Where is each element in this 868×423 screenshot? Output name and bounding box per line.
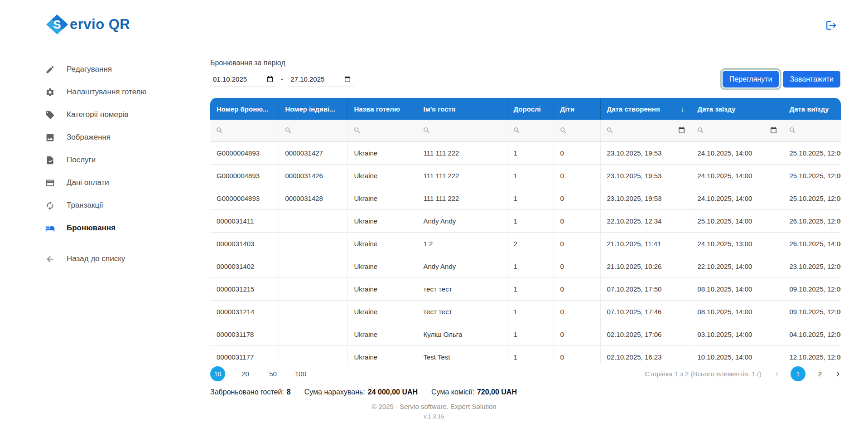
table-cell: 0000031426	[279, 164, 347, 187]
column-filter[interactable]	[691, 120, 783, 141]
bed-icon	[45, 224, 55, 233]
table-cell: 02.10.2025, 16:23	[600, 345, 691, 363]
sidebar-item-transactions[interactable]: Транзакції	[45, 194, 177, 217]
table-cell: Andy Andy	[417, 209, 507, 232]
toolbar-buttons: Переглянути Завантажити	[723, 71, 840, 88]
date-from-input[interactable]: 01.10.2025	[210, 72, 276, 87]
logout-icon[interactable]	[825, 19, 838, 33]
table-cell: 26.10.2025, 12:00	[783, 209, 841, 232]
table-cell: Ukraine	[347, 300, 417, 323]
table-cell: 111 111 222	[417, 141, 507, 164]
column-header[interactable]: Дата створення↓	[600, 98, 691, 120]
date-range: 01.10.2025 - 27.10.2025	[210, 72, 354, 87]
table-cell: Ukraine	[347, 141, 417, 164]
table-cell: Andy Andy	[417, 255, 507, 277]
column-header[interactable]: Ім'я гостя	[417, 98, 507, 120]
sidebar-item-label: Редагування	[67, 65, 112, 74]
page-number-1[interactable]: 1	[791, 366, 805, 381]
sidebar-item-payment-card[interactable]: Дані оплати	[45, 171, 177, 194]
table-row[interactable]: 0000031411UkraineAndy Andy1022.10.2025, …	[210, 209, 841, 232]
page-title: Бронювання за період	[210, 59, 841, 67]
date-to-input[interactable]: 27.10.2025	[288, 72, 354, 87]
table-cell: 09.10.2025, 12:00	[783, 277, 841, 300]
table-cell: 07.10.2025, 17:50	[600, 277, 691, 300]
column-filter[interactable]	[507, 120, 554, 141]
table-cell: 23.10.2025, 19:53	[600, 187, 691, 209]
date-to-value: 27.10.2025	[290, 75, 324, 83]
page-info: Сторінка 1 з 2 (Всього елементів: 17)	[645, 370, 762, 378]
column-header[interactable]: Номер броню...	[210, 98, 279, 120]
table-cell: Ukraine	[347, 164, 417, 187]
prev-page-icon[interactable]	[774, 371, 781, 377]
table-cell: 1	[507, 345, 554, 363]
version-text: v.1.3.16	[0, 413, 868, 420]
table-cell: 0	[554, 209, 600, 232]
table-cell: 0	[554, 345, 600, 363]
sidebar-item-image[interactable]: Зображення	[45, 126, 177, 149]
column-header-label: Дорослі	[514, 105, 541, 113]
column-filter[interactable]	[347, 120, 417, 141]
table-cell: 1	[507, 141, 554, 164]
column-header[interactable]: Діти	[554, 98, 600, 120]
page-size-50[interactable]: 50	[265, 370, 280, 378]
table-cell: тест тест	[417, 300, 507, 323]
download-button[interactable]: Завантажити	[783, 71, 840, 88]
next-page-icon[interactable]	[834, 371, 841, 377]
column-header[interactable]: Дата заїзду	[691, 98, 783, 120]
table-row[interactable]: G00000048930000031427Ukraine111 111 2221…	[210, 141, 841, 164]
table-row[interactable]: G00000048930000031428Ukraine111 111 2221…	[210, 187, 841, 209]
page-size-20[interactable]: 20	[238, 370, 253, 378]
column-header[interactable]: Дата виїзду	[783, 98, 841, 120]
calendar-icon[interactable]	[266, 76, 274, 83]
table-row[interactable]: 0000031177UkraineTest Test1002.10.2025, …	[210, 345, 841, 363]
column-filter[interactable]	[600, 120, 691, 141]
summary-label: Заброньовано гостей:	[210, 388, 284, 396]
app-logo: S ervio QR	[45, 14, 130, 35]
sidebar-item-tag[interactable]: Категорії номерів	[45, 103, 177, 126]
sidebar-item-pencil[interactable]: Редагування	[45, 58, 177, 81]
table-cell: Ukraine	[347, 323, 417, 345]
column-filter[interactable]	[783, 120, 841, 141]
calendar-icon[interactable]	[770, 126, 777, 134]
table-row[interactable]: 0000031178UkraineКуліш Ольга1002.10.2025…	[210, 323, 841, 345]
table-row[interactable]: 0000031402UkraineAndy Andy1021.10.2025, …	[210, 255, 841, 277]
column-header[interactable]: Номер індиві...	[279, 98, 347, 120]
column-filter[interactable]	[417, 120, 507, 141]
table-cell: 1	[507, 277, 554, 300]
table-row[interactable]: 0000031403Ukraine1 22021.10.2025, 11:412…	[210, 232, 841, 255]
table-row[interactable]: 0000031215Ukraineтест тест1007.10.2025, …	[210, 277, 841, 300]
table-cell: Куліш Ольга	[417, 323, 507, 345]
search-icon	[697, 126, 704, 134]
view-button[interactable]: Переглянути	[723, 71, 779, 88]
page-size-100[interactable]: 100	[293, 370, 308, 378]
sidebar-item-services[interactable]: Послуги	[45, 149, 177, 171]
calendar-icon[interactable]	[344, 76, 351, 83]
table-row[interactable]: 0000031214Ukraineтест тест1007.10.2025, …	[210, 300, 841, 323]
column-header[interactable]: Назва готелю	[347, 98, 417, 120]
table-cell: Ukraine	[347, 209, 417, 232]
column-filter[interactable]	[279, 120, 347, 141]
table-cell: 0	[554, 187, 600, 209]
column-filter[interactable]	[554, 120, 600, 141]
column-header-label: Ім'я гостя	[424, 105, 456, 113]
table-cell: 0000031177	[210, 345, 279, 363]
table-row[interactable]: G00000048930000031426Ukraine111 111 2221…	[210, 164, 841, 187]
column-header[interactable]: Дорослі	[507, 98, 554, 120]
sidebar-item-bed[interactable]: Бронювання	[45, 217, 177, 239]
summary-label: Сума комісії:	[431, 388, 474, 396]
table-cell: 0	[554, 323, 600, 345]
sidebar-item-gear[interactable]: Налаштування готелю	[45, 81, 177, 103]
calendar-icon[interactable]	[678, 126, 685, 134]
table-cell: 23.10.2025, 19:53	[600, 164, 691, 187]
table-cell	[279, 300, 347, 323]
sidebar-back-button[interactable]: Назад до списку	[45, 248, 177, 270]
summary-item: Сума комісії:720,00 UAH	[431, 388, 517, 396]
sidebar-item-label: Послуги	[67, 156, 96, 165]
column-filter[interactable]	[210, 120, 279, 141]
date-from-value: 01.10.2025	[213, 75, 247, 83]
table-cell: 02.10.2025, 17:06	[600, 323, 691, 345]
column-header-label: Номер броню...	[217, 105, 269, 113]
search-icon	[513, 126, 521, 134]
page-size-10[interactable]: 10	[210, 366, 225, 381]
page-number-2[interactable]: 2	[815, 370, 825, 378]
